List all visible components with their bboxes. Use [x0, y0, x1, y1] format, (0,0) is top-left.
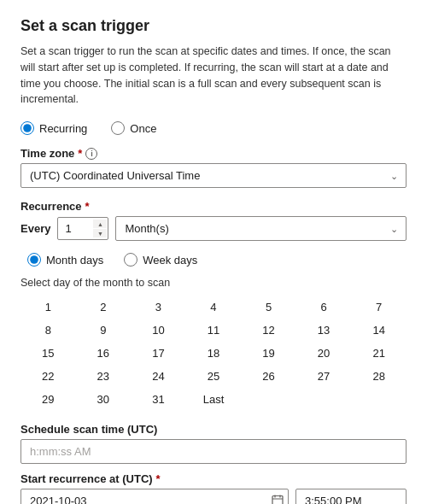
table-row: 22 23 24 25 26 27 28	[20, 365, 407, 388]
day-25[interactable]: 25	[186, 365, 242, 388]
timezone-info-icon[interactable]: i	[85, 148, 97, 160]
schedule-time-label: Schedule scan time (UTC)	[20, 423, 407, 436]
recurrence-section: Recurrence * Every ▲ ▼ Month(s) Day(s) W…	[20, 200, 407, 241]
spin-buttons: ▲ ▼	[93, 220, 107, 237]
day-26[interactable]: 26	[241, 365, 296, 388]
days-grid: 1 2 3 4 5 6 7 8 9 10 11 12 13 14 15 16 1…	[20, 296, 407, 411]
date-input-wrapper	[20, 489, 289, 504]
day-11[interactable]: 11	[186, 319, 242, 342]
day-4[interactable]: 4	[186, 296, 242, 319]
start-recurrence-required: *	[156, 472, 161, 485]
calendar-icon[interactable]	[272, 494, 284, 504]
table-row: 29 30 31 Last	[20, 388, 407, 411]
table-row: 8 9 10 11 12 13 14	[20, 319, 407, 342]
schedule-time-section: Schedule scan time (UTC)	[20, 423, 407, 464]
every-label: Every	[20, 222, 50, 235]
day-13[interactable]: 13	[296, 319, 352, 342]
day-6[interactable]: 6	[296, 296, 352, 319]
day-empty-2	[296, 388, 352, 411]
start-recurrence-section: Start recurrence at (UTC) *	[20, 472, 407, 504]
spin-down-button[interactable]: ▼	[93, 229, 107, 237]
week-days-label: Week days	[143, 254, 197, 267]
time-value-input[interactable]	[295, 489, 407, 504]
day-24[interactable]: 24	[131, 365, 186, 388]
day-16[interactable]: 16	[76, 342, 132, 365]
day-22[interactable]: 22	[20, 365, 76, 388]
day-type-group: Month days Week days	[27, 253, 407, 267]
page-title: Set a scan trigger	[20, 17, 407, 35]
week-days-radio[interactable]	[124, 253, 137, 267]
day-empty-1	[241, 388, 296, 411]
day-2[interactable]: 2	[76, 296, 132, 319]
once-option[interactable]: Once	[111, 121, 156, 135]
timezone-select-wrapper: (UTC) Coordinated Universal Time ⌄	[20, 163, 407, 188]
trigger-type-group: Recurring Once	[20, 121, 407, 135]
day-grid-label: Select day of the month to scan	[20, 277, 407, 289]
day-20[interactable]: 20	[296, 342, 352, 365]
day-last[interactable]: Last	[186, 388, 242, 411]
schedule-time-input[interactable]	[20, 439, 407, 464]
day-1[interactable]: 1	[20, 296, 76, 319]
day-18[interactable]: 18	[186, 342, 242, 365]
day-19[interactable]: 19	[241, 342, 296, 365]
month-days-label: Month days	[46, 254, 103, 267]
day-9[interactable]: 9	[76, 319, 132, 342]
timezone-required: *	[78, 147, 82, 160]
day-30[interactable]: 30	[76, 388, 132, 411]
date-input[interactable]	[20, 489, 289, 504]
week-days-option[interactable]: Week days	[124, 253, 197, 267]
month-days-radio[interactable]	[27, 253, 41, 267]
recurrence-label: Recurrence *	[20, 200, 407, 213]
recurrence-row: Every ▲ ▼ Month(s) Day(s) Week(s) ⌄	[20, 216, 407, 241]
start-recurrence-row	[20, 489, 407, 504]
day-12[interactable]: 12	[241, 319, 296, 342]
timezone-select[interactable]: (UTC) Coordinated Universal Time	[20, 163, 407, 188]
month-days-option[interactable]: Month days	[27, 253, 103, 267]
recurrence-required: *	[85, 200, 90, 213]
day-27[interactable]: 27	[296, 365, 352, 388]
period-select-wrapper: Month(s) Day(s) Week(s) ⌄	[115, 216, 407, 241]
day-7[interactable]: 7	[351, 296, 407, 319]
recurring-radio[interactable]	[20, 121, 34, 135]
spin-up-button[interactable]: ▲	[93, 220, 107, 228]
day-3[interactable]: 3	[131, 296, 186, 319]
recurring-label: Recurring	[39, 122, 87, 135]
table-row: 1 2 3 4 5 6 7	[20, 296, 407, 319]
day-23[interactable]: 23	[76, 365, 132, 388]
day-21[interactable]: 21	[351, 342, 407, 365]
day-empty-3	[351, 388, 407, 411]
day-15[interactable]: 15	[20, 342, 76, 365]
day-14[interactable]: 14	[351, 319, 407, 342]
day-8[interactable]: 8	[20, 319, 76, 342]
table-row: 15 16 17 18 19 20 21	[20, 342, 407, 365]
svg-rect-0	[272, 495, 283, 504]
day-28[interactable]: 28	[351, 365, 407, 388]
page-description: Set a scan trigger to run the scan at sp…	[20, 44, 407, 108]
period-select[interactable]: Month(s) Day(s) Week(s)	[115, 216, 407, 241]
once-label: Once	[130, 122, 156, 135]
once-radio[interactable]	[111, 121, 125, 135]
timezone-section: Time zone * i (UTC) Coordinated Universa…	[20, 147, 407, 188]
day-29[interactable]: 29	[20, 388, 76, 411]
day-10[interactable]: 10	[131, 319, 186, 342]
number-input-wrapper: ▲ ▼	[57, 217, 108, 240]
recurring-option[interactable]: Recurring	[20, 121, 87, 135]
day-31[interactable]: 31	[131, 388, 186, 411]
timezone-label: Time zone * i	[20, 147, 407, 160]
start-recurrence-label: Start recurrence at (UTC) *	[20, 472, 407, 485]
day-5[interactable]: 5	[241, 296, 296, 319]
day-17[interactable]: 17	[131, 342, 186, 365]
